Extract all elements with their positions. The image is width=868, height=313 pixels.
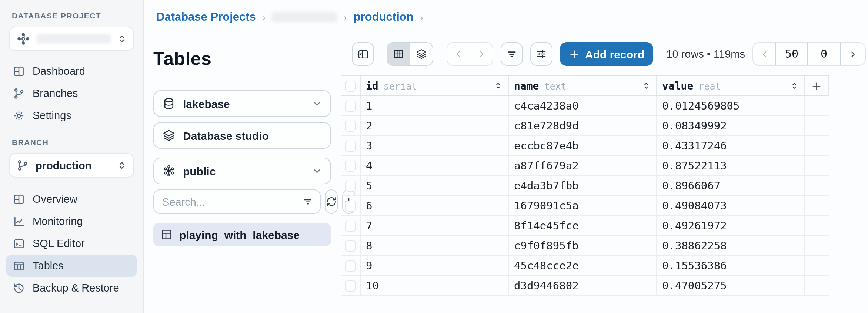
row-checkbox[interactable]	[345, 180, 356, 191]
cell-name[interactable]: a87ff679a2	[509, 156, 657, 175]
cell-name[interactable]: c81e728d9d	[509, 116, 657, 135]
row-checkbox[interactable]	[345, 280, 356, 291]
breadcrumb-root-link[interactable]: Database Projects	[156, 10, 256, 24]
collapse-panel-button[interactable]	[352, 42, 374, 66]
page-offset-input[interactable]: 0	[808, 43, 841, 65]
cell-value[interactable]: 0.8966067	[657, 176, 805, 195]
table-row: 4 a87ff679a2 0.87522113	[341, 156, 829, 176]
row-checkbox[interactable]	[345, 220, 356, 231]
table-list-item-playing_with_lakebase[interactable]: playing_with_lakebase	[153, 223, 331, 246]
sidebar-item-backup-restore[interactable]: Backup & Restore	[6, 277, 137, 299]
data-grid: id serial name text value real	[341, 75, 829, 296]
search-input[interactable]	[161, 195, 302, 208]
branch-selector[interactable]: production	[9, 153, 134, 178]
cell-name[interactable]: d3d9446802	[509, 276, 657, 295]
column-header-id[interactable]: id serial	[361, 76, 509, 95]
cell-id[interactable]: 4	[361, 156, 509, 175]
cell-value[interactable]: 0.43317246	[657, 136, 805, 155]
page-prev-button[interactable]	[753, 43, 775, 65]
cell-value[interactable]: 0.47005275	[657, 276, 805, 295]
row-checkbox[interactable]	[345, 140, 356, 151]
page-next-button[interactable]	[841, 43, 865, 65]
refresh-tables-button[interactable]	[325, 189, 338, 214]
column-header-name[interactable]: name text	[509, 76, 657, 95]
sidebar-item-label: Tables	[33, 260, 64, 272]
cell-name[interactable]: eccbc87e4b	[509, 136, 657, 155]
cell-name[interactable]: c9f0f895fb	[509, 236, 657, 255]
history-back-button[interactable]	[447, 43, 470, 65]
cell-id[interactable]: 5	[361, 176, 509, 195]
table-list-item-label: playing_with_lakebase	[179, 228, 300, 241]
sidebar-item-label: SQL Editor	[33, 238, 85, 249]
schema-selector[interactable]: public	[153, 158, 331, 184]
column-header-value[interactable]: value real	[657, 76, 805, 95]
cell-id[interactable]: 9	[361, 256, 509, 275]
cell-id[interactable]: 8	[361, 236, 509, 255]
layers-icon	[162, 129, 176, 142]
add-column-button[interactable]	[805, 76, 829, 95]
cell-value[interactable]: 0.15536386	[657, 256, 805, 275]
settings-icon	[13, 109, 25, 122]
cell-id[interactable]: 3	[361, 136, 509, 155]
dashboard-icon	[13, 65, 25, 77]
cell-name[interactable]: e4da3b7fbb	[509, 176, 657, 195]
sidebar-item-label: Dashboard	[33, 65, 85, 77]
page-size-input[interactable]: 50	[775, 43, 808, 65]
row-checkbox[interactable]	[345, 260, 356, 271]
cell-id[interactable]: 10	[361, 276, 509, 295]
table-row: 9 45c48cce2e 0.15536386	[341, 256, 829, 276]
project-selector[interactable]	[9, 27, 134, 51]
branch-nav: Overview Monitoring SQL Editor	[0, 188, 143, 299]
cell-value[interactable]: 0.0124569805	[657, 96, 805, 115]
breadcrumb-project-redacted[interactable]	[272, 12, 337, 22]
filter-rows-button[interactable]	[501, 42, 523, 66]
cell-id[interactable]: 2	[361, 116, 509, 135]
grid-view-button[interactable]	[387, 43, 410, 65]
history-nav-group	[447, 42, 493, 66]
row-checkbox-cell	[341, 136, 361, 155]
sort-icon[interactable]	[641, 81, 651, 91]
cell-id[interactable]: 6	[361, 196, 509, 215]
add-record-button[interactable]: Add record	[560, 42, 653, 66]
cell-name[interactable]: 45c48cce2e	[509, 256, 657, 275]
table-icon	[161, 229, 173, 240]
cell-value[interactable]: 0.49084073	[657, 196, 805, 215]
cell-id[interactable]: 1	[361, 96, 509, 115]
layers-view-button[interactable]	[410, 43, 433, 65]
sidebar-item-overview[interactable]: Overview	[6, 188, 137, 210]
cell-name[interactable]: c4ca4238a0	[509, 96, 657, 115]
sidebar-item-settings[interactable]: Settings	[6, 104, 137, 127]
sidebar-item-monitoring[interactable]: Monitoring	[6, 210, 137, 232]
table-search-box[interactable]	[153, 189, 321, 214]
select-all-checkbox[interactable]	[345, 80, 356, 91]
row-checkbox[interactable]	[345, 100, 356, 111]
sort-icon[interactable]	[493, 81, 503, 91]
project-section-label: DATABASE PROJECT	[12, 11, 131, 20]
row-checkbox[interactable]	[345, 240, 356, 251]
table-region: Add record 10 rows • 119ms 50 0	[341, 34, 868, 313]
tables-panel: Tables lakebase Database studio	[144, 34, 341, 313]
row-checkbox-cell	[341, 256, 361, 275]
cell-value[interactable]: 0.49261972	[657, 216, 805, 235]
cell-id[interactable]: 7	[361, 216, 509, 235]
sidebar-item-branches[interactable]: Branches	[6, 82, 137, 104]
row-checkbox[interactable]	[345, 120, 356, 131]
sliders-settings-button[interactable]	[530, 42, 552, 66]
cell-name[interactable]: 1679091c5a	[509, 196, 657, 215]
breadcrumb-branch-link[interactable]: production	[354, 10, 414, 24]
table-row: 7 8f14e45fce 0.49261972	[341, 216, 829, 236]
sidebar-item-sql-editor[interactable]: SQL Editor	[6, 232, 137, 255]
row-checkbox[interactable]	[345, 160, 356, 171]
database-selector[interactable]: lakebase	[153, 90, 331, 117]
cell-value[interactable]: 0.08349992	[657, 116, 805, 135]
cell-value[interactable]: 0.87522113	[657, 156, 805, 175]
row-checkbox[interactable]	[345, 200, 356, 211]
sort-icon[interactable]	[789, 81, 799, 91]
history-forward-button[interactable]	[470, 43, 493, 65]
cell-name[interactable]: 8f14e45fce	[509, 216, 657, 235]
sidebar-item-tables[interactable]: Tables	[6, 255, 137, 277]
database-selector-value: lakebase	[183, 97, 312, 110]
sidebar-item-dashboard[interactable]: Dashboard	[6, 60, 137, 82]
database-studio-button[interactable]: Database studio	[153, 122, 331, 149]
cell-value[interactable]: 0.38862258	[657, 236, 805, 255]
